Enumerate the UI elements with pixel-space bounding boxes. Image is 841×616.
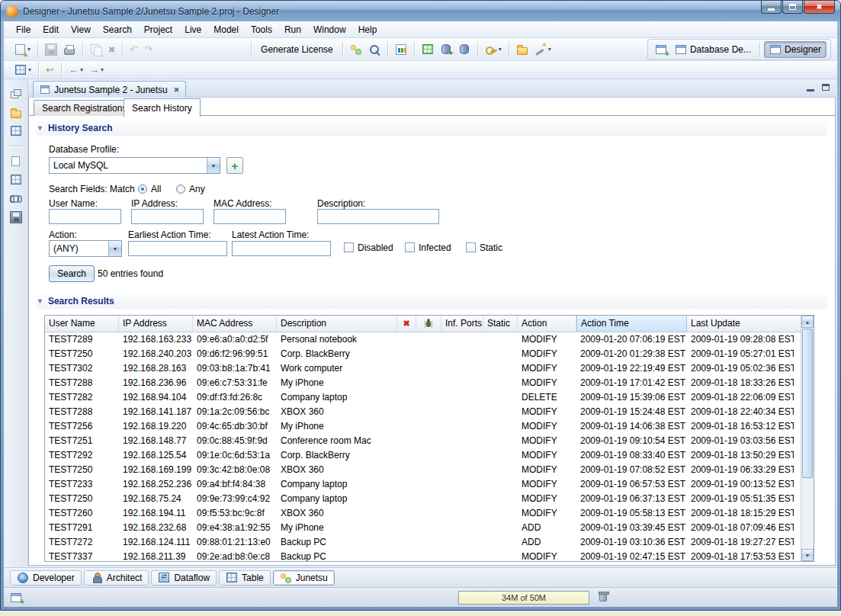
database-export-button[interactable] [437, 41, 455, 57]
link-view-icon[interactable] [10, 192, 22, 204]
license-users-button[interactable] [347, 41, 365, 58]
license-search-button[interactable] [365, 41, 384, 58]
collapse-icon[interactable]: ▼ [37, 297, 43, 305]
new-wizard-button[interactable]: ▾ [11, 41, 34, 58]
table-row[interactable]: TEST7291192.168.232.6809:e4:38:a1:92:55M… [45, 521, 801, 535]
memory-gauge[interactable]: 34M of 50M [458, 591, 589, 605]
add-database-profile-button[interactable]: + [226, 157, 243, 174]
key-menu-button[interactable]: ▾ [482, 41, 505, 58]
menu-item-edit[interactable]: Edit [37, 22, 65, 37]
save-button[interactable] [42, 41, 60, 58]
scroll-down-button[interactable]: ▼ [801, 549, 814, 561]
table-row[interactable]: TEST7256192.168.19.22009:4c:65:db:30:bfM… [45, 419, 801, 434]
fast-view-icon[interactable] [11, 593, 21, 602]
table-row[interactable]: TEST7302192.168.28.16309:03:b8:1a:7b:41W… [45, 361, 801, 376]
database-designer-perspective-button[interactable]: Database De... [670, 42, 756, 57]
table-row[interactable]: TEST7233192.168.252.23609:a4:bf:f4:84:38… [45, 477, 801, 492]
scroll-up-button[interactable]: ▲ [801, 316, 814, 328]
generate-license-button[interactable]: Generate License [255, 41, 339, 58]
delete-button[interactable]: ✖ [105, 41, 118, 58]
earliest-action-time-input[interactable] [128, 241, 227, 256]
tab-search-registrations[interactable]: Search Registrations [34, 100, 135, 116]
folder-view-icon[interactable] [11, 111, 21, 118]
menu-item-tools[interactable]: Tools [245, 22, 278, 37]
database-profile-select[interactable]: Local MySQL ▼ [49, 157, 220, 174]
description-input[interactable] [317, 209, 439, 224]
close-button[interactable]: ✖ [804, 1, 835, 14]
column-header-disabled[interactable]: ✖ [397, 316, 416, 332]
mac-address-input[interactable] [213, 209, 286, 224]
table-row[interactable]: TEST7337192.168.211.3909:2e:ad:b8:0e:c8B… [45, 550, 801, 561]
forward-button[interactable]: →▾ [86, 62, 107, 79]
table-row[interactable]: TEST7282192.168.94.10409:df:f3:fd:26:8cC… [45, 390, 801, 405]
column-header-static[interactable]: Static [483, 316, 518, 332]
column-header-ip-address[interactable]: IP Address [119, 316, 193, 332]
search-button[interactable]: Search [49, 265, 95, 282]
minimize-button[interactable] [761, 1, 782, 14]
table-row[interactable]: TEST7250192.168.169.19909:3c:42:b8:0e:08… [45, 463, 801, 477]
combo-arrow-icon[interactable]: ▼ [108, 241, 121, 256]
table-row[interactable]: TEST7250192.168.240.20309:d6:f2:96:99:51… [45, 347, 801, 361]
table-view-icon[interactable] [11, 175, 21, 184]
designer-perspective-button[interactable]: Designer [764, 41, 827, 58]
menu-item-search[interactable]: Search [97, 22, 138, 37]
table-row[interactable]: TEST7272192.168.124.11109:88:01:21:13:e0… [45, 535, 801, 550]
title-bar[interactable]: Designer - Junetsu Sample 2/Junetsu Samp… [1, 1, 840, 21]
show-tables-button[interactable]: ▾ [11, 62, 34, 78]
view-tab-table[interactable]: Table [219, 570, 271, 586]
database-edit-button[interactable] [455, 41, 473, 57]
combo-arrow-icon[interactable]: ▼ [207, 158, 220, 173]
table-row[interactable]: TEST7260192.168.194.1109:f5:53:bc:9c:8fX… [45, 506, 801, 521]
ip-address-input[interactable] [131, 209, 204, 224]
editor-tab-junetsu-sample-2[interactable]: Junetsu Sample 2 - Junetsu ✖ [33, 81, 186, 98]
menu-item-window[interactable]: Window [307, 22, 352, 37]
latest-action-time-input[interactable] [232, 241, 331, 256]
maximize-view-icon[interactable] [822, 84, 830, 91]
back-button[interactable]: ←▾ [66, 62, 86, 79]
menu-item-live[interactable]: Live [178, 22, 207, 37]
user-name-input[interactable] [49, 209, 121, 224]
table-row[interactable]: TEST7292192.168.125.5409:1e:0c:6d:53:1aC… [45, 448, 801, 463]
table-scrollbar[interactable]: ▲ ▼ [801, 316, 814, 561]
open-folder-button[interactable] [513, 42, 531, 57]
match-all-radio[interactable] [138, 184, 147, 194]
menu-item-help[interactable]: Help [352, 22, 384, 37]
wizard-menu-button[interactable]: ▾ [531, 41, 554, 58]
column-header-mac-address[interactable]: MAC Address [193, 316, 277, 332]
disabled-checkbox[interactable] [344, 242, 354, 252]
menu-item-model[interactable]: Model [207, 22, 245, 37]
menu-item-file[interactable]: File [10, 22, 37, 37]
last-edit-location-button[interactable]: ↩ [43, 62, 57, 79]
view-tab-dataflow[interactable]: Dataflow [151, 570, 217, 586]
tab-search-history[interactable]: Search History [124, 98, 201, 117]
view-tab-developer[interactable]: Developer [10, 570, 82, 586]
infected-checkbox[interactable] [405, 242, 415, 252]
table-row[interactable]: TEST7250192.168.75.2409:9e:73:99:c4:92Co… [45, 492, 801, 506]
action-select[interactable]: (ANY) ▼ [49, 240, 122, 257]
static-checkbox[interactable] [466, 242, 476, 252]
column-header-last-update[interactable]: Last Update [687, 316, 794, 332]
redo-button[interactable]: ↷ [141, 41, 156, 58]
garbage-collect-icon[interactable] [599, 593, 607, 602]
restore-views-icon[interactable] [10, 88, 22, 101]
copy-button[interactable] [87, 41, 105, 58]
close-tab-icon[interactable]: ✖ [174, 86, 180, 94]
table-row[interactable]: TEST7251192.168.148.7709:0c:88:45:9f:9dC… [45, 434, 801, 448]
column-header-action[interactable]: Action [518, 316, 576, 332]
print-button[interactable] [60, 42, 79, 57]
menu-item-run[interactable]: Run [278, 22, 307, 37]
table-row[interactable]: TEST7288192.168.141.18709:1a:2c:09:56:bc… [45, 405, 801, 419]
menu-item-view[interactable]: View [65, 22, 97, 37]
column-header-description[interactable]: Description [277, 316, 397, 332]
match-any-radio[interactable] [176, 184, 185, 194]
maximize-button[interactable] [782, 1, 803, 14]
hierarchy-view-icon[interactable] [11, 126, 21, 136]
collapse-icon[interactable]: ▼ [37, 124, 43, 132]
column-header-user-name[interactable]: User Name [45, 316, 119, 332]
storage-view-icon[interactable] [10, 211, 22, 223]
open-perspective-button[interactable] [652, 41, 670, 58]
view-tab-junetsu[interactable]: Junetsu [273, 570, 335, 586]
menu-item-project[interactable]: Project [138, 22, 178, 37]
column-header-inf-ports[interactable]: Inf. Ports [441, 316, 483, 332]
column-header-action-time[interactable]: Action Time [576, 316, 687, 332]
